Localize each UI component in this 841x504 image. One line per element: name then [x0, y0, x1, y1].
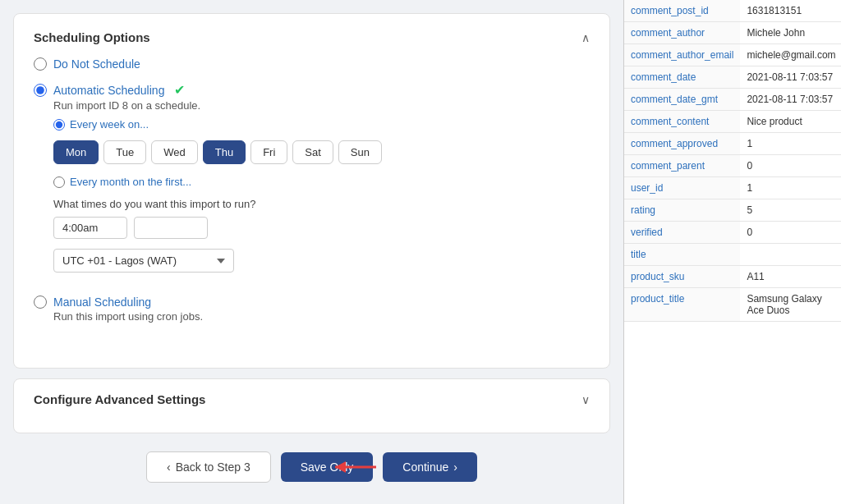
table-row: comment_date2021-08-11 7:03:57	[624, 66, 841, 89]
table-row: product_titleSamsung Galaxy Ace Duos	[624, 288, 841, 322]
days-grid: Mon Tue Wed Thu Fri Sat Sun	[53, 140, 590, 164]
radio-group: Do Not Schedule Automatic Scheduling ✔ R…	[34, 57, 590, 323]
automatic-scheduling-text: Automatic Scheduling	[53, 84, 164, 97]
row-key: comment_author	[624, 22, 740, 44]
time-input-1[interactable]	[53, 217, 127, 239]
table-row: product_skuA11	[624, 266, 841, 288]
card-header: Scheduling Options ∧	[34, 30, 590, 44]
manual-scheduling-description: Run this import using cron jobs.	[53, 310, 590, 323]
day-fri[interactable]: Fri	[250, 140, 287, 164]
auto-scheduling-section: Every week on... Mon Tue Wed Thu Fri Sat…	[53, 118, 590, 273]
table-row: comment_parent0	[624, 155, 841, 177]
row-value: 1631813151	[740, 0, 841, 22]
row-value: 5	[740, 199, 841, 222]
table-row: verified0	[624, 222, 841, 244]
day-sat[interactable]: Sat	[292, 140, 333, 164]
table-row: comment_approved1	[624, 133, 841, 155]
row-value: 1	[740, 133, 841, 155]
table-row: user_id1	[624, 177, 841, 199]
scheduling-options-card: Scheduling Options ∧ Do Not Schedule Aut…	[13, 13, 610, 369]
manual-scheduling-label[interactable]: Manual Scheduling	[34, 296, 590, 309]
arrow-indicator	[331, 457, 380, 477]
row-value: 2021-08-11 7:03:57	[740, 89, 841, 111]
every-month-radio[interactable]	[53, 176, 65, 188]
row-key: comment_parent	[624, 155, 740, 177]
continue-button[interactable]: Continue ›	[383, 452, 477, 482]
manual-scheduling-option: Manual Scheduling Run this import using …	[34, 296, 590, 323]
every-month-option: Every month on the first...	[53, 176, 590, 188]
do-not-schedule-radio[interactable]	[34, 57, 47, 71]
configure-collapse-icon[interactable]: ∨	[581, 393, 590, 406]
time-input-2[interactable]	[134, 217, 208, 239]
row-key: comment_content	[624, 111, 740, 133]
svg-marker-1	[335, 461, 346, 473]
row-key: product_sku	[624, 266, 740, 288]
day-thu[interactable]: Thu	[203, 140, 246, 164]
every-week-label: Every week on...	[70, 118, 149, 131]
table-row: comment_authorMichele John	[624, 22, 841, 44]
right-panel: comment_post_id1631813151comment_authorM…	[623, 0, 841, 504]
row-value: Nice product	[740, 111, 841, 133]
row-value	[740, 244, 841, 266]
configure-advanced-title: Configure Advanced Settings	[34, 392, 205, 406]
row-key: comment_author_email	[624, 44, 740, 66]
table-row: comment_contentNice product	[624, 111, 841, 133]
continue-chevron-icon: ›	[453, 460, 457, 474]
row-value: 2021-08-11 7:03:57	[740, 66, 841, 89]
row-key: verified	[624, 222, 740, 244]
row-value: 0	[740, 222, 841, 244]
row-key: comment_approved	[624, 133, 740, 155]
row-value: michele@gmail.com	[740, 44, 841, 66]
automatic-scheduling-label[interactable]: Automatic Scheduling ✔	[34, 82, 590, 98]
configure-advanced-card: Configure Advanced Settings ∨	[13, 378, 610, 433]
timezone-select[interactable]: UTC +01 - Lagos (WAT) UTC +00 - London (…	[53, 249, 234, 273]
every-month-label: Every month on the first...	[70, 176, 191, 188]
times-label: What times do you want this import to ru…	[53, 198, 590, 210]
table-row: title	[624, 244, 841, 266]
automatic-scheduling-radio[interactable]	[34, 84, 47, 97]
do-not-schedule-label[interactable]: Do Not Schedule	[34, 57, 590, 71]
back-chevron-icon: ‹	[167, 460, 171, 474]
table-row: comment_post_id1631813151	[624, 0, 841, 22]
table-row: comment_date_gmt2021-08-11 7:03:57	[624, 89, 841, 111]
row-key: rating	[624, 199, 740, 222]
row-key: comment_date_gmt	[624, 89, 740, 111]
day-mon[interactable]: Mon	[53, 140, 99, 164]
automatic-scheduling-description: Run import ID 8 on a schedule.	[53, 99, 590, 112]
day-tue[interactable]: Tue	[103, 140, 146, 164]
do-not-schedule-text: Do Not Schedule	[53, 57, 140, 71]
red-arrow-icon	[331, 457, 380, 477]
time-inputs	[53, 217, 590, 239]
row-value: 0	[740, 155, 841, 177]
footer-bar: ‹ Back to Step 3 Save Only Continue ›	[13, 443, 610, 491]
every-week-option: Every week on...	[53, 118, 590, 131]
continue-label: Continue	[402, 460, 448, 474]
manual-scheduling-text: Manual Scheduling	[53, 296, 151, 309]
automatic-scheduling-option: Automatic Scheduling ✔ Run import ID 8 o…	[34, 82, 590, 273]
row-value: Michele John	[740, 22, 841, 44]
row-key: user_id	[624, 177, 740, 199]
day-sun[interactable]: Sun	[338, 140, 382, 164]
row-value: A11	[740, 266, 841, 288]
day-wed[interactable]: Wed	[151, 140, 198, 164]
data-table: comment_post_id1631813151comment_authorM…	[624, 0, 841, 322]
scheduling-options-title: Scheduling Options	[34, 30, 150, 44]
table-row: comment_author_emailmichele@gmail.com	[624, 44, 841, 66]
collapse-icon[interactable]: ∧	[581, 31, 590, 44]
back-button-label: Back to Step 3	[176, 460, 250, 474]
every-week-radio[interactable]	[53, 119, 65, 131]
row-key: comment_post_id	[624, 0, 740, 22]
back-button[interactable]: ‹ Back to Step 3	[146, 451, 271, 483]
row-key: product_title	[624, 288, 740, 322]
manual-scheduling-radio[interactable]	[34, 296, 47, 309]
row-key: comment_date	[624, 66, 740, 89]
configure-card-header: Configure Advanced Settings ∨	[34, 392, 590, 406]
row-value: Samsung Galaxy Ace Duos	[740, 288, 841, 322]
row-value: 1	[740, 177, 841, 199]
table-row: rating5	[624, 199, 841, 222]
do-not-schedule-option: Do Not Schedule	[34, 57, 590, 71]
row-key: title	[624, 244, 740, 266]
check-icon: ✔	[174, 82, 185, 98]
